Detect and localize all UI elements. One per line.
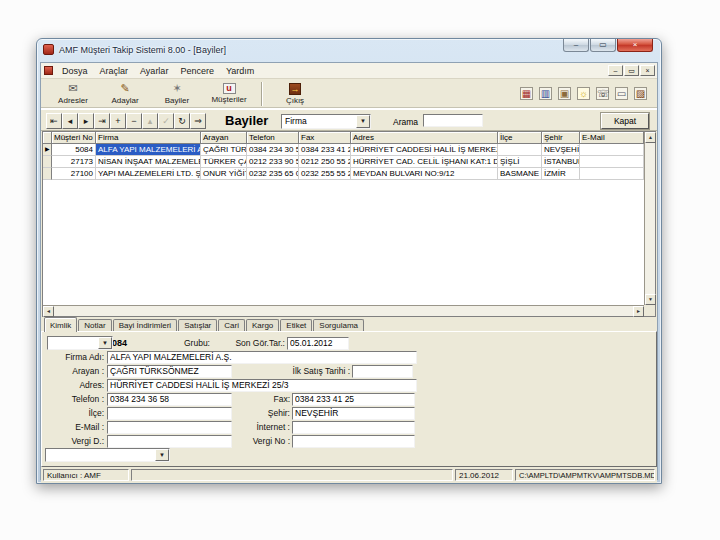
tab-kimlik[interactable]: Kimlik (44, 317, 77, 332)
grubu-label: Grubu: (167, 338, 212, 348)
col-telefon[interactable]: Telefon (247, 132, 299, 144)
ilce-field[interactable] (107, 407, 232, 420)
search-label: Arama (393, 117, 418, 127)
table-row[interactable]: 27173 NİSAN İNŞAAT MALZEMELERİ TÜRKER ÇA… (43, 156, 644, 168)
nav-last-button[interactable]: ⇥ (94, 113, 110, 129)
report-icon[interactable]: ▥ (539, 87, 552, 100)
filter-combobox[interactable]: Firma ▼ (281, 114, 371, 129)
minimize-button[interactable]: – (563, 39, 589, 52)
menu-pencere[interactable]: Pencere (174, 65, 220, 77)
mdi-restore-button[interactable]: ▭ (624, 65, 639, 76)
address-book-icon: ✉ (68, 82, 77, 95)
stamp-icon[interactable]: ▦ (520, 87, 533, 100)
maximize-button[interactable]: ▭ (590, 39, 616, 52)
nav-delete-button[interactable]: − (126, 113, 142, 129)
status-date: 21.06.2012 (455, 469, 513, 481)
nav-prior-button[interactable]: ◂ (62, 113, 78, 129)
grl-kaynak-combobox[interactable]: ▼ (45, 448, 170, 462)
chevron-down-icon[interactable]: ▼ (98, 337, 112, 349)
nav-insert-button[interactable]: + (110, 113, 126, 129)
mdi-app-icon (44, 66, 53, 75)
vergi-d-field[interactable] (107, 435, 232, 448)
page-title: Bayiler (225, 113, 268, 128)
arayan-field[interactable] (107, 365, 232, 378)
arayan-label: Arayan : (45, 366, 107, 376)
menu-bar: Dosya Araçlar Ayarlar Pencere Yardım – ▭… (41, 63, 657, 79)
adres-label: Adres: (45, 380, 107, 390)
son-gor-field[interactable] (287, 337, 349, 350)
close-button[interactable]: × (617, 39, 653, 52)
internet-field[interactable] (292, 421, 415, 434)
col-adres[interactable]: Adres (351, 132, 498, 144)
bulb-icon[interactable]: ☼ (577, 87, 590, 100)
nav-refresh-button[interactable]: ↻ (174, 113, 190, 129)
chevron-down-icon[interactable]: ▼ (155, 449, 169, 461)
table-row[interactable]: ▶ 5084 ALFA YAPI MALZEMELERİ A.Ş. ÇAĞRI … (43, 144, 644, 156)
horizontal-scrollbar[interactable]: ◄ ► (43, 305, 644, 316)
mdi-minimize-button[interactable]: – (608, 65, 623, 76)
vertical-scrollbar[interactable]: ▲ ▼ (644, 132, 655, 305)
grubu-combobox[interactable]: ▼ (47, 336, 113, 350)
search-input[interactable] (423, 114, 483, 127)
col-sehir[interactable]: Şehir (542, 132, 580, 144)
firma-adi-field[interactable] (107, 351, 417, 364)
vergi-no-field[interactable] (292, 435, 415, 448)
status-bar: Kullanıcı : AMF 21.06.2012 C:\AMPLTD\AMP… (41, 467, 657, 483)
scroll-down-icon[interactable]: ▼ (645, 294, 656, 305)
col-fax[interactable]: Fax (299, 132, 351, 144)
table-row[interactable]: 27100 YAPI MALZEMELERİ LTD. ŞTİ. ONUR Yİ… (43, 168, 644, 180)
email-field[interactable] (107, 421, 232, 434)
cikis-button[interactable]: → Çıkış (269, 80, 321, 108)
col-email[interactable]: E-Mail (580, 132, 644, 144)
toolbar-mini-icons: ▦ ▥ ▣ ☼ ☏ ▭ ▨ (520, 87, 647, 100)
adresler-button[interactable]: ✉ Adresler (47, 80, 99, 108)
menu-araclar[interactable]: Araçlar (94, 65, 135, 77)
musteriler-button[interactable]: u Müşteriler (203, 80, 255, 108)
toolbar-separator (261, 82, 263, 106)
organizer-icon[interactable]: ▣ (558, 87, 571, 100)
adaylar-button[interactable]: ✎ Adaylar (99, 80, 151, 108)
app-window: AMF Müşteri Takip Sistemi 8.00 - [Bayile… (36, 38, 662, 484)
adres-field[interactable] (107, 379, 417, 392)
telefon-field[interactable] (107, 393, 232, 406)
nav-next-button[interactable]: ▸ (78, 113, 94, 129)
navigator-row: ⇤ ◂ ▸ ⇥ + − ▴ ✓ ↻ ⇒ Bayiler Firma ▼ Aram… (41, 109, 657, 131)
nav-edit-button: ▴ (142, 113, 158, 129)
menu-yardim[interactable]: Yardım (220, 65, 260, 77)
menu-dosya[interactable]: Dosya (56, 65, 94, 77)
kimlik-form: Müşteri No: 5084 Grubu: ▼ Son Gör.Tar.: … (41, 331, 657, 467)
filter-selected-value: Firma (282, 115, 356, 128)
email-label: E-Mail : (45, 422, 107, 432)
vergi-d-label: Vergi D.: (45, 436, 107, 446)
status-user: Kullanıcı : AMF (43, 469, 129, 481)
scroll-right-icon[interactable]: ► (633, 306, 644, 317)
customers-icon: u (223, 83, 236, 94)
col-ilce[interactable]: İlçe (498, 132, 542, 144)
nav-print-button[interactable]: ⇒ (190, 113, 206, 129)
nav-post-button: ✓ (158, 113, 174, 129)
scroll-left-icon[interactable]: ◄ (43, 306, 54, 317)
selected-cell[interactable]: ALFA YAPI MALZEMELERİ A.Ş. (96, 144, 201, 156)
fax-field[interactable] (292, 393, 415, 406)
sehir-field[interactable] (292, 407, 415, 420)
grid-header-row: Müşteri No Firma Arayan Telefon Fax Adre… (43, 132, 644, 144)
nav-first-button[interactable]: ⇤ (46, 113, 62, 129)
db-navigator: ⇤ ◂ ▸ ⇥ + − ▴ ✓ ↻ ⇒ (46, 113, 206, 129)
internet-label: İnternet : (232, 422, 292, 432)
card-icon[interactable]: ▭ (615, 87, 628, 100)
title-bar[interactable]: AMF Müşteri Takip Sistemi 8.00 - [Bayile… (37, 39, 661, 59)
kapat-button[interactable]: Kapat (601, 113, 649, 129)
son-gor-label: Son Gör.Tar.: (217, 338, 287, 348)
menu-ayarlar[interactable]: Ayarlar (134, 65, 174, 77)
ilk-satis-field[interactable] (352, 365, 413, 378)
col-arayan[interactable]: Arayan (201, 132, 247, 144)
col-firma[interactable]: Firma (96, 132, 201, 144)
bayiler-button[interactable]: ✶ Bayiler (151, 80, 203, 108)
sehir-label: Şehir: (232, 408, 292, 418)
chevron-down-icon[interactable]: ▼ (356, 115, 370, 128)
mdi-close-button[interactable]: × (640, 65, 655, 76)
scroll-up-icon[interactable]: ▲ (645, 132, 656, 143)
phone-icon[interactable]: ☏ (596, 87, 609, 100)
col-musteri-no[interactable]: Müşteri No (52, 132, 96, 144)
notebook-icon[interactable]: ▨ (634, 87, 647, 100)
